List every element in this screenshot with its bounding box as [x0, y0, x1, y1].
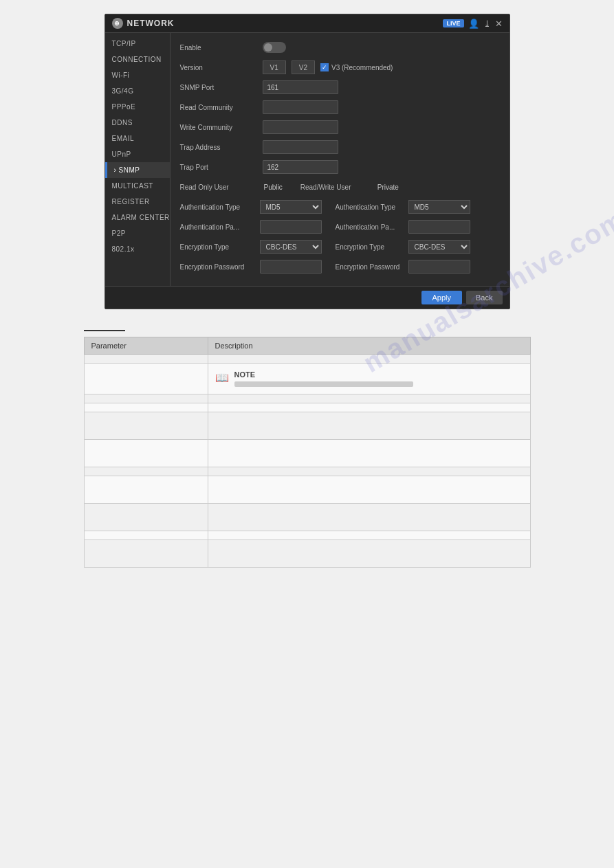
table-row: 📖 NOTE: [84, 364, 530, 394]
read-only-user-value: Public: [260, 180, 287, 194]
sidebar-item-ddns[interactable]: DDNS: [105, 115, 170, 131]
version-v3-check[interactable]: ✓ V3 (Recommended): [320, 63, 393, 71]
enable-row: Enable: [180, 40, 500, 55]
trap-address-row: Trap Address: [180, 140, 500, 155]
enable-label: Enable: [180, 44, 263, 52]
note-icon: 📖: [215, 371, 229, 384]
table-row: [84, 440, 530, 467]
table-row: [84, 355, 530, 364]
table-cell-desc: [208, 540, 530, 568]
table-row: [84, 531, 530, 540]
table-cell-desc: [208, 531, 530, 540]
table-row: [84, 403, 530, 412]
trap-address-input[interactable]: [263, 140, 338, 154]
write-community-label: Write Community: [180, 124, 263, 131]
auth-type-select1[interactable]: MD5 SHA: [260, 200, 322, 214]
enc-pw-label2: Encryption Password: [336, 263, 404, 271]
sidebar-item-wifi[interactable]: Wi-Fi: [105, 67, 170, 83]
enc-type-select2[interactable]: CBC-DES AES: [408, 240, 470, 254]
table-cell-param: [84, 467, 208, 476]
write-community-row: Write Community: [180, 120, 500, 135]
table-row: [84, 394, 530, 403]
version-v2-btn[interactable]: V2: [292, 60, 315, 74]
enc-pw-input1[interactable]: [260, 260, 322, 274]
table-cell-param: [84, 540, 208, 568]
read-write-user-col: Read/Write User Private: [300, 180, 403, 194]
sidebar: TCP/IP CONNECTION Wi-Fi 3G/4G PPPoE DDNS…: [105, 33, 171, 286]
version-controls: V1 V2 ✓ V3 (Recommended): [263, 60, 393, 74]
table-cell-desc: [208, 504, 530, 531]
trap-port-input[interactable]: [263, 160, 338, 174]
enc-pw-label1: Encryption Password: [180, 263, 256, 271]
network-icon: ⊕: [112, 18, 123, 29]
auth-type-label2: Authentication Type: [336, 203, 404, 211]
sidebar-item-alarmcenter[interactable]: ALARM CENTER: [105, 210, 170, 225]
enc-pw-input2[interactable]: [408, 260, 470, 274]
table-cell-param: [84, 403, 208, 412]
auth-pa-label2: Authentication Pa...: [336, 223, 404, 231]
sidebar-item-connection[interactable]: CONNECTION: [105, 52, 170, 67]
table-cell-param: [84, 476, 208, 504]
table-row: [84, 476, 530, 504]
auth-pa-input1[interactable]: [260, 220, 322, 234]
trap-address-label: Trap Address: [180, 144, 263, 151]
enc-type-col2: Encryption Type CBC-DES AES: [336, 240, 470, 254]
auth-type-select2[interactable]: MD5 SHA: [408, 200, 470, 214]
sidebar-item-multicast[interactable]: MULTICAST: [105, 178, 170, 194]
sidebar-item-snmp[interactable]: › SNMP: [105, 162, 170, 178]
sidebar-item-register[interactable]: REGISTER: [105, 194, 170, 210]
version-v1-btn[interactable]: V1: [263, 60, 286, 74]
auth-type-col2: Authentication Type MD5 SHA: [336, 200, 470, 214]
sidebar-item-3g4g[interactable]: 3G/4G: [105, 83, 170, 99]
auth-pa-label1: Authentication Pa...: [180, 223, 256, 231]
user-row: Read Only User Public Read/Write User Pr…: [180, 179, 500, 194]
table-cell-param: [84, 504, 208, 531]
version-row: Version V1 V2 ✓ V3 (Recommended): [180, 60, 500, 75]
snmp-port-input[interactable]: [263, 80, 338, 94]
sidebar-item-tcpip[interactable]: TCP/IP: [105, 36, 170, 52]
table-row: [84, 467, 530, 476]
table-cell-desc: [208, 412, 530, 440]
close-icon[interactable]: ✕: [495, 19, 503, 29]
export-icon[interactable]: ⤓: [483, 19, 491, 29]
enc-type-select1[interactable]: CBC-DES AES: [260, 240, 322, 254]
table-row: [84, 504, 530, 531]
write-community-input[interactable]: [263, 120, 338, 134]
apply-button[interactable]: Apply: [421, 291, 463, 304]
table-cell-desc: [208, 355, 530, 364]
version-label: Version: [180, 64, 263, 71]
enable-toggle[interactable]: [263, 42, 286, 53]
sidebar-item-upnp[interactable]: UPnP: [105, 146, 170, 162]
col1-header: Parameter: [84, 337, 208, 355]
table-cell-desc: [208, 440, 530, 467]
panel-body: TCP/IP CONNECTION Wi-Fi 3G/4G PPPoE DDNS…: [105, 33, 509, 286]
auth-pa-input2[interactable]: [408, 220, 470, 234]
version-v3-checkbox[interactable]: ✓: [320, 63, 329, 71]
enc-pw-col2: Encryption Password: [336, 260, 470, 274]
enc-type-label2: Encryption Type: [336, 243, 404, 251]
sidebar-item-email[interactable]: EMAIL: [105, 131, 170, 146]
read-community-input[interactable]: [263, 100, 338, 114]
read-community-label: Read Community: [180, 104, 263, 111]
back-button[interactable]: Back: [466, 291, 502, 304]
note-bar: [234, 381, 413, 387]
table-cell-desc: [208, 467, 530, 476]
sidebar-item-pppoe[interactable]: PPPoE: [105, 99, 170, 115]
version-v3-label: V3 (Recommended): [331, 64, 393, 71]
panel-title-text: NETWORK: [127, 19, 175, 28]
read-community-row: Read Community: [180, 100, 500, 115]
data-table: Parameter Description 📖 NOTE: [84, 337, 531, 568]
table-cell-desc: [208, 394, 530, 403]
table-cell-param: [84, 531, 208, 540]
enc-type-row: Encryption Type CBC-DES AES Encryption T…: [180, 239, 500, 254]
read-only-user-label: Read Only User: [180, 183, 256, 191]
panel-toolbar: LIVE 👤 ⤓ ✕: [443, 19, 502, 29]
sidebar-item-p2p[interactable]: P2P: [105, 225, 170, 241]
snmp-port-label: SNMP Port: [180, 84, 263, 91]
table-cell-param: [84, 364, 208, 394]
table-section: Parameter Description 📖 NOTE: [84, 330, 531, 568]
auth-type-col1: Authentication Type MD5 SHA: [180, 200, 322, 214]
user-icon[interactable]: 👤: [468, 19, 479, 29]
enc-pw-col1: Encryption Password: [180, 260, 322, 274]
sidebar-item-8021x[interactable]: 802.1x: [105, 241, 170, 257]
